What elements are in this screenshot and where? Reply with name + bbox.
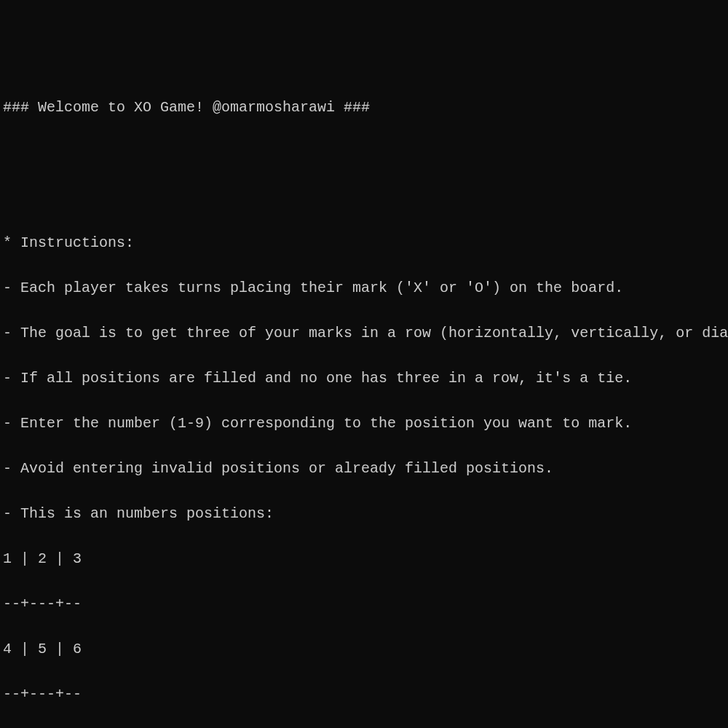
welcome-line: ### Welcome to XO Game! @omarmosharawi #… bbox=[3, 96, 725, 119]
position-grid-separator: --+---+-- bbox=[3, 683, 725, 705]
instruction-line: - The goal is to get three of your marks… bbox=[3, 322, 725, 344]
instruction-line: - Avoid entering invalid positions or al… bbox=[3, 457, 725, 480]
position-grid-separator: --+---+-- bbox=[3, 593, 725, 615]
instruction-line: - This is an numbers positions: bbox=[3, 502, 725, 525]
instructions-header: * Instructions: bbox=[3, 232, 725, 254]
position-grid-row: 4 | 5 | 6 bbox=[3, 638, 725, 660]
instruction-line: - Enter the number (1-9) corresponding t… bbox=[3, 412, 725, 435]
blank-line bbox=[3, 186, 725, 209]
position-grid-row: 1 | 2 | 3 bbox=[3, 547, 725, 570]
blank-line bbox=[3, 141, 725, 164]
instruction-line: - Each player takes turns placing their … bbox=[3, 277, 725, 299]
instruction-line: - If all positions are filled and no one… bbox=[3, 367, 725, 389]
